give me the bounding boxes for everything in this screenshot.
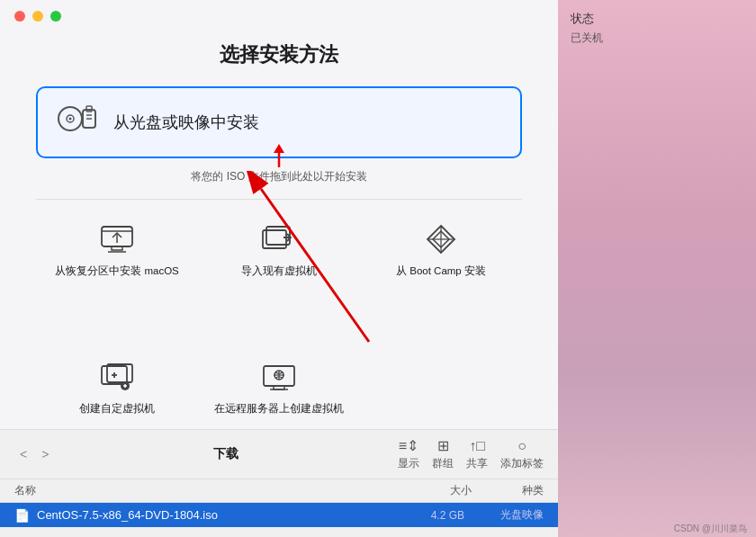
tag-label: 添加标签 xyxy=(500,456,544,471)
remote-vm-label: 在远程服务器上创建虚拟机 xyxy=(214,402,344,416)
view-label: 显示 xyxy=(398,456,419,471)
finder-actions: ≡⇕ 显示 ⊞ 群组 ↑□ 共享 ○ 添加标签 xyxy=(398,437,544,471)
back-button[interactable]: < xyxy=(14,445,32,463)
tag-icon: ○ xyxy=(518,438,526,454)
bootcamp-icon xyxy=(421,219,461,259)
right-panel: 状态 已关机 xyxy=(558,0,756,537)
separator xyxy=(36,199,522,200)
minimize-button[interactable] xyxy=(32,11,43,22)
group-label: 群组 xyxy=(432,456,454,471)
bootcamp-label: 从 Boot Camp 安装 xyxy=(396,264,486,278)
remote-vm-icon xyxy=(259,357,299,397)
disk-icon xyxy=(56,103,99,142)
restore-macos-icon xyxy=(97,219,137,259)
primary-option-label: 从光盘或映像中安装 xyxy=(113,112,259,133)
maximize-button[interactable] xyxy=(50,11,61,22)
status-header: 状态 xyxy=(558,0,756,27)
finder-toolbar: < > 下载 ≡⇕ 显示 ⊞ 群组 ↑□ 共享 ○ 添加标 xyxy=(0,430,558,479)
install-dialog: 选择安装方法 从光盘或映像中安装 将您的 ISO 文件拖到此处以开始安装 xyxy=(0,0,558,537)
col-size: 大小 xyxy=(400,483,472,498)
share-icon: ↑□ xyxy=(469,438,485,454)
import-vm-label: 导入现有虚拟机 xyxy=(241,264,317,278)
create-vm-icon xyxy=(97,357,137,397)
group-button[interactable]: ⊞ 群组 xyxy=(432,437,454,471)
col-kind: 种类 xyxy=(472,483,544,498)
col-name: 名称 xyxy=(14,483,400,498)
file-name: CentOS-7.5-x86_64-DVD-1804.iso xyxy=(37,508,385,522)
forward-button[interactable]: > xyxy=(36,445,54,463)
create-vm-label: 创建自定虚拟机 xyxy=(79,402,155,416)
dialog-title: 选择安装方法 xyxy=(0,32,558,86)
view-icon: ≡⇕ xyxy=(399,437,418,454)
file-size: 4.2 GB xyxy=(392,509,464,522)
title-bar xyxy=(0,0,558,32)
primary-option-subtitle: 将您的 ISO 文件拖到此处以开始安装 xyxy=(36,169,522,184)
status-value: 已关机 xyxy=(558,27,756,49)
tag-button[interactable]: ○ 添加标签 xyxy=(500,438,544,471)
finder-bar: < > 下载 ≡⇕ 显示 ⊞ 群组 ↑□ 共享 ○ 添加标 xyxy=(0,429,558,537)
file-kind: 光盘映像 xyxy=(472,507,544,523)
option-restore-macos[interactable]: 从恢复分区中安装 macOS xyxy=(36,209,198,337)
finder-location: 下载 xyxy=(72,446,380,462)
close-button[interactable] xyxy=(14,11,25,22)
group-icon: ⊞ xyxy=(437,437,449,454)
svg-rect-19 xyxy=(107,364,132,382)
option-import-vm[interactable]: 导入现有虚拟机 xyxy=(198,209,360,337)
option-bootcamp[interactable]: 从 Boot Camp 安装 xyxy=(360,209,522,337)
svg-rect-11 xyxy=(112,246,122,250)
svg-point-2 xyxy=(69,118,72,121)
import-vm-icon xyxy=(259,219,299,259)
file-icon: 📄 xyxy=(14,508,30,523)
finder-nav: < > xyxy=(14,445,54,463)
share-button[interactable]: ↑□ 共享 xyxy=(466,438,488,471)
svg-marker-8 xyxy=(274,144,284,153)
watermark: CSDN @川川菜鸟 xyxy=(674,523,747,535)
view-button[interactable]: ≡⇕ 显示 xyxy=(398,437,419,471)
restore-macos-label: 从恢复分区中安装 macOS xyxy=(55,264,179,278)
share-label: 共享 xyxy=(466,456,488,471)
finder-columns: 名称 大小 种类 xyxy=(0,479,558,503)
finder-file-row[interactable]: 📄 CentOS-7.5-x86_64-DVD-1804.iso 4.2 GB … xyxy=(0,503,558,527)
